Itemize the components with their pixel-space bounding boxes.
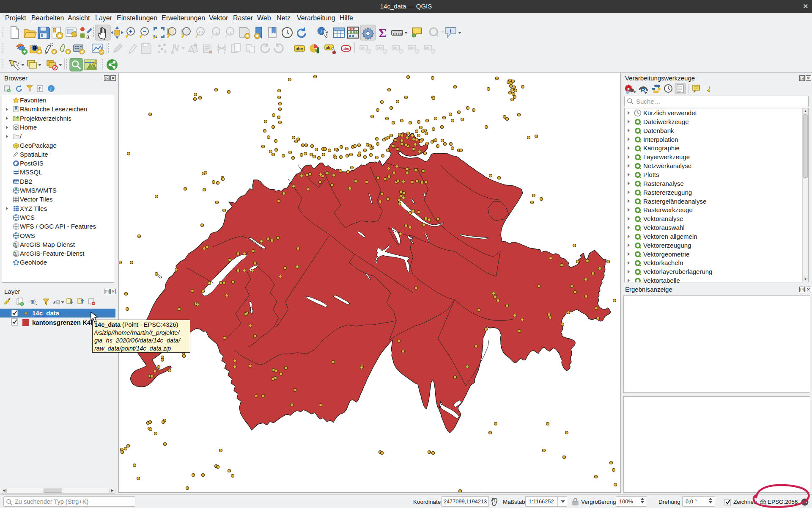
svg-text:abc: abc <box>296 47 303 51</box>
svg-text:ab: ab <box>326 46 331 50</box>
svg-text:1:1: 1:1 <box>198 30 203 34</box>
svg-text:ab: ab <box>425 46 429 50</box>
svg-text:DB2: DB2 <box>14 180 20 183</box>
svg-text:ab: ab <box>361 46 365 50</box>
svg-text:ε: ε <box>53 299 56 305</box>
svg-text:i: i <box>321 28 322 34</box>
svg-text:T: T <box>449 28 452 34</box>
svg-text:V: V <box>15 225 17 229</box>
svg-text:i: i <box>50 86 52 92</box>
svg-text:ab: ab <box>393 46 397 50</box>
svg-text:Σ: Σ <box>379 26 387 40</box>
svg-text:abc: abc <box>409 46 414 50</box>
svg-text:a: a <box>86 33 90 40</box>
svg-text:abc: abc <box>343 47 349 51</box>
svg-text:abc: abc <box>377 46 382 50</box>
